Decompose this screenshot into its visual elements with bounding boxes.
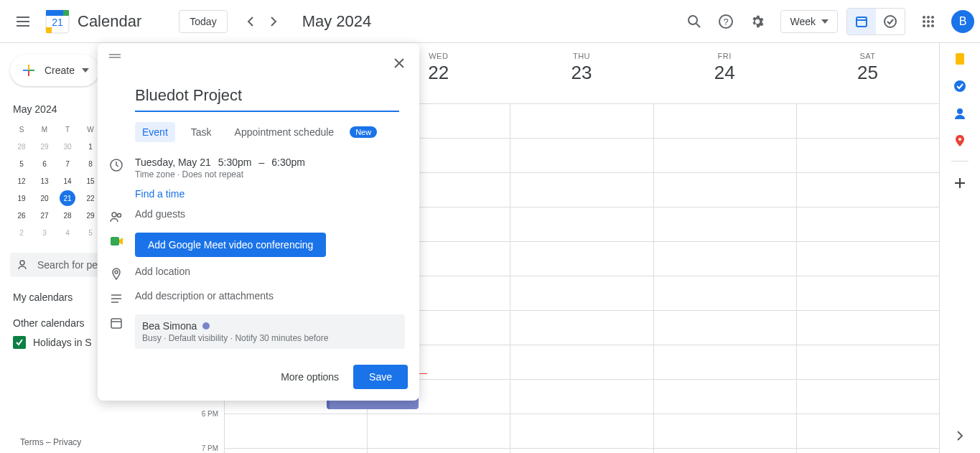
grid-cell[interactable] [653, 345, 796, 379]
mini-cal-day[interactable]: 26 [10, 207, 33, 224]
mini-cal-day[interactable]: 21 [56, 190, 79, 207]
next-week-button[interactable] [262, 10, 285, 33]
close-modal-button[interactable] [388, 52, 411, 75]
footer-links[interactable]: Terms – Privacy [20, 437, 81, 447]
timezone-link[interactable]: Time zone [135, 169, 175, 179]
calendar-view-toggle[interactable] [847, 9, 876, 34]
mini-cal-day[interactable]: 13 [33, 172, 56, 190]
grid-cell[interactable] [796, 414, 939, 448]
event-title-input[interactable] [135, 83, 399, 112]
grid-cell[interactable] [653, 104, 796, 138]
view-selector[interactable]: Week [780, 10, 838, 33]
mini-cal-day[interactable]: 28 [56, 207, 79, 224]
mini-cal-day[interactable]: 12 [10, 172, 33, 190]
tasks-view-toggle[interactable] [876, 9, 905, 34]
grid-cell[interactable] [510, 311, 653, 345]
repeat-link[interactable]: Does not repeat [182, 169, 243, 179]
event-end-time[interactable]: 6:30pm [271, 157, 305, 168]
grid-cell[interactable] [653, 207, 796, 241]
grid-cell[interactable] [653, 276, 796, 310]
day-header[interactable]: THU23 [510, 43, 653, 103]
add-description-input[interactable]: Add description or attachments [135, 290, 408, 302]
mini-cal-day[interactable]: 29 [33, 138, 56, 155]
grid-cell[interactable] [796, 380, 939, 414]
prev-week-button[interactable] [239, 10, 262, 33]
grid-cell[interactable] [653, 173, 796, 207]
main-menu-button[interactable] [6, 4, 40, 39]
grid-cell[interactable] [796, 139, 939, 172]
search-button[interactable] [680, 7, 709, 36]
mini-cal-day[interactable]: 7 [56, 155, 79, 172]
grid-cell[interactable] [224, 449, 367, 453]
mini-cal-day[interactable]: 19 [10, 190, 33, 207]
account-avatar[interactable]: B [951, 10, 974, 33]
grid-cell[interactable] [796, 104, 939, 138]
grid-cell[interactable] [653, 139, 796, 172]
settings-button[interactable] [743, 7, 772, 36]
add-guests-input[interactable]: Add guests [135, 208, 408, 220]
grid-cell[interactable] [224, 414, 367, 448]
save-button[interactable]: Save [353, 365, 408, 389]
add-location-input[interactable]: Add location [135, 266, 408, 277]
grid-cell[interactable] [796, 449, 939, 453]
grid-cell[interactable] [796, 242, 939, 276]
tab-event[interactable]: Event [135, 122, 175, 142]
more-options-button[interactable]: More options [281, 371, 339, 383]
grid-cell[interactable] [796, 207, 939, 241]
grid-cell[interactable] [510, 207, 653, 241]
help-button[interactable]: ? [711, 7, 740, 36]
mini-cal-day[interactable]: 5 [10, 155, 33, 172]
grid-cell[interactable] [510, 139, 653, 172]
grid-cell[interactable] [510, 104, 653, 138]
tasks-icon[interactable] [953, 79, 967, 93]
clock-icon [109, 158, 123, 172]
grid-cell[interactable] [796, 345, 939, 379]
day-header[interactable]: FRI24 [653, 43, 796, 103]
grid-cell[interactable] [653, 311, 796, 345]
side-panel-collapse-button[interactable] [953, 429, 967, 443]
grid-cell[interactable] [796, 311, 939, 345]
mini-cal-day[interactable]: 14 [56, 172, 79, 190]
grid-cell[interactable] [510, 242, 653, 276]
find-time-button[interactable]: Find a time [135, 188, 185, 200]
add-addon-button[interactable] [951, 174, 969, 192]
add-meet-button[interactable]: Add Google Meet video conferencing [135, 233, 326, 257]
mini-cal-day[interactable]: 2 [10, 224, 33, 241]
tab-appointment[interactable]: Appointment schedule [228, 122, 342, 142]
grid-cell[interactable] [653, 414, 796, 448]
grid-cell[interactable] [367, 449, 510, 453]
google-apps-button[interactable] [914, 7, 943, 36]
mini-cal-day[interactable]: 4 [56, 224, 79, 241]
grid-cell[interactable] [510, 449, 653, 453]
grid-cell[interactable] [653, 449, 796, 453]
contacts-icon[interactable] [953, 106, 967, 121]
grid-cell[interactable] [796, 276, 939, 310]
grid-cell[interactable] [510, 380, 653, 414]
create-button[interactable]: Create [10, 55, 99, 86]
grid-cell[interactable] [510, 276, 653, 310]
grid-cell[interactable] [367, 414, 510, 448]
grid-cell[interactable] [510, 345, 653, 379]
mini-cal-day[interactable]: 20 [33, 190, 56, 207]
grid-cell[interactable] [796, 173, 939, 207]
mini-cal-day[interactable]: 6 [33, 155, 56, 172]
grid-cell[interactable] [653, 380, 796, 414]
mini-cal-day[interactable]: 3 [33, 224, 56, 241]
day-header[interactable]: SAT25 [796, 43, 939, 103]
grid-cell[interactable] [510, 173, 653, 207]
chevron-right-icon [266, 14, 281, 29]
mini-cal-day[interactable]: 27 [33, 207, 56, 224]
mini-cal-day[interactable]: 30 [56, 138, 79, 155]
maps-icon[interactable] [953, 134, 967, 148]
keep-icon[interactable] [953, 52, 967, 66]
mini-cal-day[interactable]: 28 [10, 138, 33, 155]
grid-cell[interactable] [653, 242, 796, 276]
tab-task[interactable]: Task [184, 122, 219, 142]
today-button[interactable]: Today [179, 10, 227, 33]
grid-cell[interactable] [510, 414, 653, 448]
drag-handle[interactable] [106, 52, 123, 75]
calendar-logo[interactable]: 21 [43, 7, 72, 36]
event-date[interactable]: Tuesday, May 21 [135, 157, 211, 168]
event-start-time[interactable]: 5:30pm [218, 157, 252, 168]
organizer-box[interactable]: Bea Simona Busy · Default visibility · N… [135, 314, 405, 349]
